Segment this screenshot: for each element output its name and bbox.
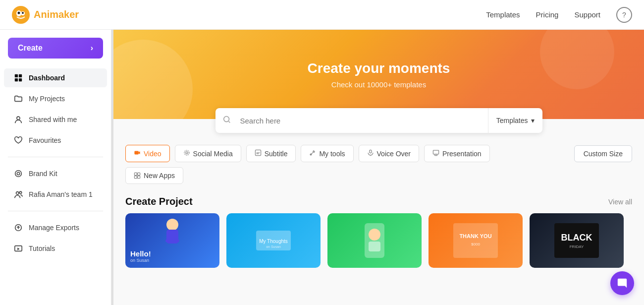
folder-icon bbox=[14, 94, 23, 103]
video-icon bbox=[134, 149, 141, 158]
project-card-4[interactable]: THANK YOU $000 bbox=[429, 213, 523, 268]
chat-icon bbox=[617, 278, 628, 289]
svg-rect-24 bbox=[369, 150, 371, 153]
hero-banner: Create your moments Check out 10000+ tem… bbox=[113, 30, 644, 119]
project-card-2[interactable]: My Thoughts on Susan bbox=[226, 213, 321, 268]
svg-rect-40 bbox=[453, 223, 498, 258]
tools-icon bbox=[309, 149, 316, 158]
voice-icon bbox=[367, 149, 374, 158]
card-4-illustration: THANK YOU $000 bbox=[451, 221, 500, 260]
sidebar-divider-2 bbox=[8, 211, 103, 211]
filter-voice-over[interactable]: Voice Over bbox=[359, 145, 419, 162]
sidebar-divider-1 bbox=[8, 157, 103, 157]
nav-templates[interactable]: Templates bbox=[486, 10, 520, 19]
logo-icon bbox=[12, 6, 30, 24]
banner-subtitle: Check out 10000+ templates bbox=[331, 80, 426, 89]
chat-bubble[interactable] bbox=[610, 271, 634, 295]
nav-support[interactable]: Support bbox=[574, 10, 600, 19]
team-icon bbox=[14, 190, 23, 199]
svg-text:on Susan: on Susan bbox=[266, 245, 281, 248]
card-3-illustration bbox=[360, 221, 389, 260]
top-nav: Animaker Templates Pricing Support ? bbox=[0, 0, 644, 30]
project-card-1[interactable]: Hello! on Susan bbox=[125, 213, 219, 268]
create-button[interactable]: Create › bbox=[8, 38, 103, 59]
svg-point-18 bbox=[185, 152, 187, 154]
svg-point-11 bbox=[17, 172, 19, 175]
svg-point-30 bbox=[166, 219, 178, 231]
filter-social-media[interactable]: Social Media bbox=[175, 145, 241, 162]
svg-rect-29 bbox=[138, 176, 140, 179]
filter-video[interactable]: Video bbox=[125, 145, 170, 162]
svg-point-9 bbox=[17, 117, 20, 120]
svg-rect-39 bbox=[369, 242, 380, 251]
svg-rect-17 bbox=[134, 151, 138, 155]
svg-rect-5 bbox=[15, 74, 18, 77]
svg-rect-7 bbox=[15, 78, 18, 81]
search-icon bbox=[215, 115, 238, 126]
sidebar-item-tutorials[interactable]: Tutorials bbox=[4, 239, 107, 258]
banner-title: Create your moments bbox=[308, 61, 450, 76]
search-input[interactable] bbox=[238, 110, 488, 132]
create-project-header: Create Project View all bbox=[113, 184, 644, 213]
export-icon bbox=[14, 223, 23, 232]
grid-icon bbox=[14, 73, 23, 82]
svg-point-12 bbox=[16, 192, 19, 194]
svg-point-4 bbox=[22, 12, 24, 14]
heart-icon bbox=[14, 136, 23, 145]
search-dropdown[interactable]: Templates ▾ bbox=[488, 108, 542, 133]
logo-text: Animaker bbox=[34, 9, 79, 20]
section-title: Create Project bbox=[125, 196, 193, 207]
sidebar-item-brand-kit[interactable]: Brand Kit bbox=[4, 164, 107, 183]
tutorials-icon bbox=[14, 244, 23, 253]
svg-point-2 bbox=[18, 11, 20, 14]
sidebar-item-my-projects[interactable]: My Projects bbox=[4, 89, 107, 108]
sidebar-item-favourites[interactable]: Favourites bbox=[4, 131, 107, 150]
view-all-link[interactable]: View all bbox=[608, 198, 632, 206]
nav-pricing[interactable]: Pricing bbox=[536, 10, 559, 19]
sidebar: Create › Dashboard My Projects Shar bbox=[0, 30, 111, 305]
svg-text:FRIDAY: FRIDAY bbox=[570, 244, 584, 249]
svg-rect-26 bbox=[134, 173, 137, 175]
nav-links: Templates Pricing Support ? bbox=[486, 7, 632, 23]
project-cards: Hello! on Susan My Thoughts bbox=[113, 213, 644, 278]
search-bar: Templates ▾ bbox=[215, 108, 542, 133]
svg-text:My Thoughts: My Thoughts bbox=[259, 239, 288, 244]
logo[interactable]: Animaker bbox=[12, 6, 79, 24]
help-button[interactable]: ? bbox=[616, 7, 632, 23]
svg-text:THANK YOU: THANK YOU bbox=[459, 233, 491, 239]
presentation-icon bbox=[432, 149, 439, 158]
card-1-illustration bbox=[158, 216, 187, 250]
svg-rect-25 bbox=[433, 150, 438, 154]
filter-presentation[interactable]: Presentation bbox=[424, 145, 490, 162]
subtitle-icon bbox=[255, 149, 262, 158]
filter-tabs: Video Social Media Subtitle My tools bbox=[113, 133, 644, 162]
svg-point-19 bbox=[184, 150, 189, 155]
svg-text:$000: $000 bbox=[471, 242, 480, 246]
main-content: Create your moments Check out 10000+ tem… bbox=[113, 30, 644, 305]
project-card-3[interactable] bbox=[327, 213, 422, 268]
card-5-illustration: BLACK FRIDAY bbox=[552, 221, 601, 260]
new-apps-row: New Apps bbox=[113, 162, 644, 184]
project-card-5[interactable]: BLACK FRIDAY bbox=[530, 213, 624, 268]
sidebar-item-team[interactable]: Rafia Aman's team 1 bbox=[4, 185, 107, 204]
svg-point-16 bbox=[223, 116, 229, 122]
custom-size-button[interactable]: Custom Size bbox=[574, 145, 632, 162]
svg-point-13 bbox=[19, 191, 22, 194]
badge-icon bbox=[14, 169, 23, 178]
sidebar-item-shared-with-me[interactable]: Shared with me bbox=[4, 110, 107, 129]
svg-rect-8 bbox=[19, 78, 22, 81]
svg-point-38 bbox=[369, 229, 380, 241]
svg-rect-27 bbox=[138, 173, 140, 175]
person-icon bbox=[14, 115, 23, 124]
filter-subtitle[interactable]: Subtitle bbox=[246, 145, 296, 162]
svg-point-10 bbox=[15, 171, 22, 177]
new-apps-button[interactable]: New Apps bbox=[125, 167, 183, 184]
svg-rect-28 bbox=[134, 176, 137, 179]
card-1-text: Hello! bbox=[130, 249, 215, 258]
sidebar-item-dashboard[interactable]: Dashboard bbox=[4, 68, 107, 87]
filter-my-tools[interactable]: My tools bbox=[301, 145, 353, 162]
card-1-sub: on Susan bbox=[130, 258, 215, 263]
sidebar-item-manage-exports[interactable]: Manage Exports bbox=[4, 218, 107, 237]
card-2-illustration: My Thoughts on Susan bbox=[254, 226, 293, 255]
main-layout: Create › Dashboard My Projects Shar bbox=[0, 30, 644, 305]
